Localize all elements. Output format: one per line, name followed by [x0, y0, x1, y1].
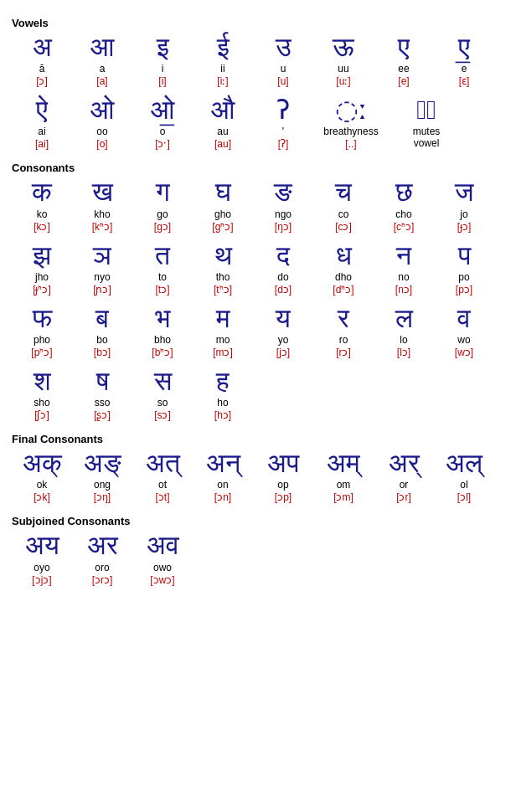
roman-label: owo	[153, 562, 172, 573]
final-consonants-section: Final Consonants अक्ok[ɔk]अङ्ong[ɔŋ]अत्o…	[12, 433, 504, 506]
roman-label: bho	[154, 334, 171, 346]
devanagari-char: ए	[398, 33, 410, 62]
roman-label: o	[160, 126, 166, 137]
roman-label: uu	[338, 63, 348, 75]
ipa-label: [tɔ]	[155, 284, 169, 296]
roman-label: jho	[35, 271, 49, 283]
char-cell: भbho[bʰɔ]	[132, 304, 193, 358]
char-cell: औau[au]	[193, 95, 253, 150]
roman-label: sso	[95, 397, 111, 409]
ipa-label: [pʰɔ]	[31, 347, 52, 358]
devanagari-char: ञ	[93, 241, 111, 270]
char-cell: फpho[pʰɔ]	[12, 304, 72, 358]
devanagari-char: ष	[96, 367, 109, 396]
devanagari-char: आ	[90, 33, 114, 62]
ipa-label: [dʰɔ]	[333, 284, 353, 296]
ipa-label: [dɔ]	[275, 284, 292, 296]
devanagari-char: अव	[147, 531, 179, 560]
roman-label: nyo	[94, 271, 110, 283]
devanagari-char: त	[155, 241, 170, 270]
char-cell: खkho[kʰɔ]	[72, 177, 132, 232]
roman-label: po	[458, 271, 469, 283]
ipa-label: [sɔ]	[154, 409, 171, 421]
ipa-label: [u]	[277, 75, 288, 87]
char-cell: अरoro[ɔrɔ]	[72, 531, 132, 585]
devanagari-char: थ	[214, 241, 232, 270]
devanagari-char: ओ	[90, 95, 114, 125]
roman-label: ngo	[275, 208, 292, 220]
roman-label: yo	[278, 334, 289, 346]
roman-label: oo	[96, 126, 107, 137]
ipa-label: [ɔwɔ]	[150, 574, 174, 586]
char-cell: थtho[tʰɔ]	[193, 241, 253, 296]
devanagari-char: च	[335, 177, 352, 207]
devanagari-char: ह	[216, 367, 230, 396]
roman-label: lo	[400, 334, 407, 346]
devanagari-char: ङ	[274, 177, 292, 207]
ipa-label: [tʰɔ]	[214, 284, 232, 296]
ipa-label: [ɔn]	[214, 491, 231, 503]
devanagari-char: द	[276, 241, 290, 270]
vowels-row1: अă[ɔ]आa[a]इi[i]ईii[iː]उu[u]ऊuu[uː]एee[e]…	[12, 33, 504, 90]
ipa-label: [gɔ]	[154, 221, 171, 233]
char-cell: ए॒e[ɛ]	[434, 33, 494, 87]
devanagari-char: अल्	[446, 449, 482, 478]
consonants-section: Consonants कko[kɔ]खkho[kʰɔ]गgo[gɔ]घgho[g…	[12, 162, 504, 424]
devanagari-char: फ	[33, 304, 52, 333]
roman-label: dho	[335, 271, 352, 283]
roman-label: ho	[217, 397, 228, 409]
char-cell: अम्om[ɔm]	[313, 449, 374, 503]
char-cell: जjo[ɟɔ]	[434, 177, 494, 232]
ipa-label: [ɔl]	[457, 491, 471, 503]
devanagari-char: ग	[156, 177, 170, 207]
char-cell: झjho[ɟʰɔ]	[12, 241, 72, 296]
devanagari-char: ख	[92, 177, 113, 207]
devanagari-char: अप	[267, 449, 299, 478]
consonants-row4: शsho[ʃɔ]षsso[ʂɔ]सso[sɔ]हho[hɔ]	[12, 367, 504, 424]
char-cell: अयoyo[ɔjɔ]	[12, 531, 72, 585]
char-cell: कko[kɔ]	[12, 177, 72, 232]
devanagari-char: ज	[455, 177, 474, 207]
devanagari-char: ओ॒	[151, 95, 174, 125]
char-cell: एee[e]	[374, 33, 434, 87]
roman-label: oro	[95, 562, 109, 573]
roman-label: on	[217, 479, 228, 491]
devanagari-char: ब	[95, 304, 109, 333]
consonants-row3: फpho[pʰɔ]बbo[bɔ]भbho[bʰɔ]मmo[mɔ]यyo[jɔ]र…	[12, 304, 504, 362]
ipa-label: [ɔr]	[396, 491, 411, 503]
ipa-label: [bɔ]	[94, 347, 111, 358]
char-cell: अवowo[ɔwɔ]	[132, 531, 193, 585]
char-cell: ईii[iː]	[193, 33, 253, 87]
char-cell: ङngo[ŋɔ]	[253, 177, 313, 232]
ipa-label: [ŋɔ]	[275, 221, 292, 233]
ipa-label: [ʃɔ]	[34, 409, 49, 421]
roman-label: co	[338, 208, 349, 220]
char-cell: मmo[mɔ]	[193, 304, 253, 358]
roman-label: mo	[216, 334, 230, 346]
vowels-section: Vowels अă[ɔ]आa[a]इi[i]ईii[iː]उu[u]ऊuu[uː…	[12, 17, 504, 153]
roman-label: so	[157, 397, 168, 409]
ipa-label: [ɔk]	[34, 491, 50, 503]
char-cell: बbo[bɔ]	[72, 304, 132, 358]
ipa-label: [ɔm]	[333, 491, 353, 503]
devanagari-char: औ	[211, 95, 235, 125]
devanagari-char: अन्	[206, 449, 240, 478]
roman-label: or	[400, 479, 409, 491]
devanagari-char: इ	[157, 33, 169, 62]
roman-label: ai	[38, 126, 45, 137]
devanagari-char: ध	[336, 241, 352, 270]
roman-label: pho	[34, 334, 50, 346]
final-consonants-grid: अक्ok[ɔk]अङ्ong[ɔŋ]अत्ot[ɔt]अन्on[ɔn]अपo…	[12, 449, 504, 506]
devanagari-char: र	[338, 304, 349, 333]
consonants-row2: झjho[ɟʰɔ]ञnyo[ɲɔ]तto[tɔ]थtho[tʰɔ]दdo[dɔ]…	[12, 241, 504, 299]
ipa-label: [kɔ]	[34, 221, 50, 233]
devanagari-char: ऐ	[36, 95, 48, 125]
ipa-label: [a]	[96, 75, 107, 87]
char-cell: हho[hɔ]	[193, 367, 253, 421]
consonants-title: Consonants	[12, 162, 504, 174]
roman-label: ong	[94, 479, 111, 491]
ipa-label: [e]	[398, 75, 409, 87]
subjoined-section: Subjoined Consonants अयoyo[ɔjɔ]अरoro[ɔrɔ…	[12, 515, 504, 588]
char-cell: अक्ok[ɔk]	[12, 449, 72, 503]
char-cell: अपop[ɔp]	[253, 449, 313, 503]
